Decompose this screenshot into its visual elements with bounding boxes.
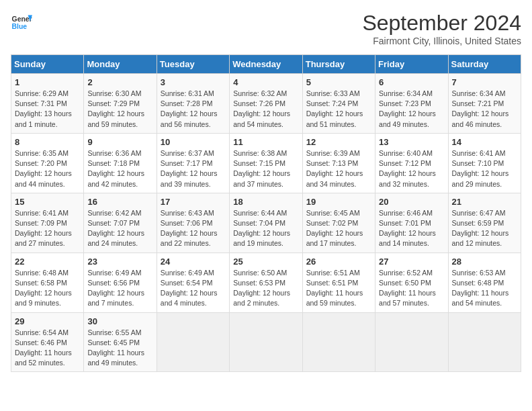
calendar-cell: 29Sunrise: 6:54 AMSunset: 6:46 PMDayligh… — [11, 312, 84, 372]
day-number: 7 — [452, 77, 517, 87]
day-number: 4 — [233, 77, 298, 87]
calendar-cell: 12Sunrise: 6:39 AMSunset: 7:13 PMDayligh… — [302, 133, 375, 193]
calendar-cell: 15Sunrise: 6:41 AMSunset: 7:09 PMDayligh… — [11, 193, 84, 253]
col-tuesday: Tuesday — [157, 55, 229, 74]
day-detail: Sunrise: 6:47 AMSunset: 6:59 PMDaylight:… — [452, 208, 517, 249]
day-detail: Sunrise: 6:46 AMSunset: 7:01 PMDaylight:… — [379, 208, 444, 249]
day-detail: Sunrise: 6:49 AMSunset: 6:54 PMDaylight:… — [161, 268, 226, 309]
calendar-week-5: 29Sunrise: 6:54 AMSunset: 6:46 PMDayligh… — [11, 312, 521, 372]
calendar-header-row: Sunday Monday Tuesday Wednesday Thursday… — [11, 55, 521, 74]
month-title: September 2024 — [362, 11, 521, 36]
calendar-cell: 25Sunrise: 6:50 AMSunset: 6:53 PMDayligh… — [230, 253, 302, 312]
calendar-cell — [448, 312, 521, 372]
day-number: 17 — [161, 197, 226, 207]
calendar-cell: 23Sunrise: 6:49 AMSunset: 6:56 PMDayligh… — [84, 253, 157, 312]
calendar-cell: 28Sunrise: 6:53 AMSunset: 6:48 PMDayligh… — [448, 253, 521, 312]
day-number: 3 — [161, 77, 226, 87]
calendar-cell — [302, 312, 375, 372]
calendar-cell: 14Sunrise: 6:41 AMSunset: 7:10 PMDayligh… — [448, 133, 521, 193]
day-detail: Sunrise: 6:40 AMSunset: 7:12 PMDaylight:… — [379, 148, 444, 189]
svg-text:Blue: Blue — [12, 23, 28, 30]
day-detail: Sunrise: 6:33 AMSunset: 7:24 PMDaylight:… — [306, 89, 371, 130]
calendar-cell: 8Sunrise: 6:35 AMSunset: 7:20 PMDaylight… — [11, 133, 84, 193]
calendar-cell: 11Sunrise: 6:38 AMSunset: 7:15 PMDayligh… — [230, 133, 302, 193]
day-number: 22 — [15, 257, 80, 267]
day-number: 24 — [161, 257, 226, 267]
day-detail: Sunrise: 6:50 AMSunset: 6:53 PMDaylight:… — [233, 268, 298, 309]
day-detail: Sunrise: 6:34 AMSunset: 7:23 PMDaylight:… — [379, 89, 444, 130]
col-saturday: Saturday — [448, 55, 521, 74]
day-detail: Sunrise: 6:36 AMSunset: 7:18 PMDaylight:… — [87, 148, 152, 189]
day-number: 9 — [87, 137, 152, 147]
day-detail: Sunrise: 6:37 AMSunset: 7:17 PMDaylight:… — [161, 148, 226, 189]
calendar-week-1: 1Sunrise: 6:29 AMSunset: 7:31 PMDaylight… — [11, 74, 521, 134]
day-detail: Sunrise: 6:29 AMSunset: 7:31 PMDaylight:… — [15, 89, 80, 130]
calendar-cell: 26Sunrise: 6:51 AMSunset: 6:51 PMDayligh… — [302, 253, 375, 312]
day-detail: Sunrise: 6:35 AMSunset: 7:20 PMDaylight:… — [15, 148, 80, 189]
title-block: September 2024 Fairmont City, Illinois, … — [362, 11, 521, 46]
day-detail: Sunrise: 6:42 AMSunset: 7:07 PMDaylight:… — [87, 208, 152, 249]
calendar-cell: 6Sunrise: 6:34 AMSunset: 7:23 PMDaylight… — [375, 74, 448, 134]
day-number: 25 — [233, 257, 298, 267]
day-number: 11 — [233, 137, 298, 147]
calendar-cell: 27Sunrise: 6:52 AMSunset: 6:50 PMDayligh… — [375, 253, 448, 312]
day-detail: Sunrise: 6:53 AMSunset: 6:48 PMDaylight:… — [452, 268, 517, 309]
calendar-cell: 4Sunrise: 6:32 AMSunset: 7:26 PMDaylight… — [230, 74, 302, 134]
logo: General Blue — [11, 11, 32, 32]
day-detail: Sunrise: 6:41 AMSunset: 7:09 PMDaylight:… — [15, 208, 80, 249]
day-detail: Sunrise: 6:31 AMSunset: 7:28 PMDaylight:… — [161, 89, 226, 130]
day-number: 16 — [87, 197, 152, 207]
day-number: 12 — [306, 137, 371, 147]
day-number: 27 — [379, 257, 444, 267]
day-detail: Sunrise: 6:38 AMSunset: 7:15 PMDaylight:… — [233, 148, 298, 189]
day-detail: Sunrise: 6:39 AMSunset: 7:13 PMDaylight:… — [306, 148, 371, 189]
col-thursday: Thursday — [302, 55, 375, 74]
calendar-cell: 19Sunrise: 6:45 AMSunset: 7:02 PMDayligh… — [302, 193, 375, 253]
calendar-cell — [157, 312, 229, 372]
day-number: 19 — [306, 197, 371, 207]
day-detail: Sunrise: 6:54 AMSunset: 6:46 PMDaylight:… — [15, 328, 80, 369]
day-number: 29 — [15, 316, 80, 326]
day-detail: Sunrise: 6:55 AMSunset: 6:45 PMDaylight:… — [87, 328, 152, 369]
calendar-week-4: 22Sunrise: 6:48 AMSunset: 6:58 PMDayligh… — [11, 253, 521, 312]
day-detail: Sunrise: 6:48 AMSunset: 6:58 PMDaylight:… — [15, 268, 80, 309]
day-number: 8 — [15, 137, 80, 147]
day-detail: Sunrise: 6:44 AMSunset: 7:04 PMDaylight:… — [233, 208, 298, 249]
logo-icon: General Blue — [11, 11, 32, 32]
calendar-cell: 20Sunrise: 6:46 AMSunset: 7:01 PMDayligh… — [375, 193, 448, 253]
calendar-cell — [230, 312, 302, 372]
day-number: 28 — [452, 257, 517, 267]
calendar-cell: 22Sunrise: 6:48 AMSunset: 6:58 PMDayligh… — [11, 253, 84, 312]
day-number: 26 — [306, 257, 371, 267]
location: Fairmont City, Illinois, United States — [362, 36, 521, 46]
calendar-cell: 18Sunrise: 6:44 AMSunset: 7:04 PMDayligh… — [230, 193, 302, 253]
day-detail: Sunrise: 6:52 AMSunset: 6:50 PMDaylight:… — [379, 268, 444, 309]
calendar-cell: 17Sunrise: 6:43 AMSunset: 7:06 PMDayligh… — [157, 193, 229, 253]
calendar-week-3: 15Sunrise: 6:41 AMSunset: 7:09 PMDayligh… — [11, 193, 521, 253]
calendar-cell — [375, 312, 448, 372]
day-detail: Sunrise: 6:34 AMSunset: 7:21 PMDaylight:… — [452, 89, 517, 130]
calendar-cell: 7Sunrise: 6:34 AMSunset: 7:21 PMDaylight… — [448, 74, 521, 134]
calendar-cell: 16Sunrise: 6:42 AMSunset: 7:07 PMDayligh… — [84, 193, 157, 253]
calendar-cell: 1Sunrise: 6:29 AMSunset: 7:31 PMDaylight… — [11, 74, 84, 134]
day-number: 14 — [452, 137, 517, 147]
col-friday: Friday — [375, 55, 448, 74]
calendar-cell: 5Sunrise: 6:33 AMSunset: 7:24 PMDaylight… — [302, 74, 375, 134]
day-number: 23 — [87, 257, 152, 267]
calendar-table: Sunday Monday Tuesday Wednesday Thursday… — [11, 54, 521, 372]
calendar-cell: 2Sunrise: 6:30 AMSunset: 7:29 PMDaylight… — [84, 74, 157, 134]
day-number: 10 — [161, 137, 226, 147]
day-number: 5 — [306, 77, 371, 87]
calendar-cell: 24Sunrise: 6:49 AMSunset: 6:54 PMDayligh… — [157, 253, 229, 312]
day-detail: Sunrise: 6:30 AMSunset: 7:29 PMDaylight:… — [87, 89, 152, 130]
page-header: General Blue September 2024 Fairmont Cit… — [11, 11, 521, 46]
col-monday: Monday — [84, 55, 157, 74]
day-detail: Sunrise: 6:43 AMSunset: 7:06 PMDaylight:… — [161, 208, 226, 249]
day-number: 15 — [15, 197, 80, 207]
calendar-cell: 10Sunrise: 6:37 AMSunset: 7:17 PMDayligh… — [157, 133, 229, 193]
day-detail: Sunrise: 6:51 AMSunset: 6:51 PMDaylight:… — [306, 268, 371, 309]
calendar-cell: 9Sunrise: 6:36 AMSunset: 7:18 PMDaylight… — [84, 133, 157, 193]
day-number: 6 — [379, 77, 444, 87]
day-number: 18 — [233, 197, 298, 207]
col-sunday: Sunday — [11, 55, 84, 74]
